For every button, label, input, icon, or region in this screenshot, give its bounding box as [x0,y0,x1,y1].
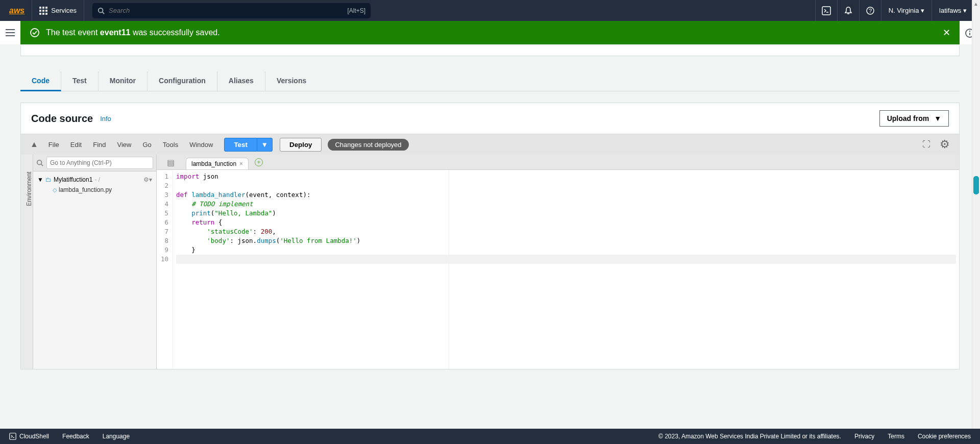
tab-code[interactable]: Code [20,71,61,91]
banner-prefix: The test event [46,28,100,37]
function-tabs: Code Test Monitor Configuration Aliases … [20,71,960,91]
menu-file[interactable]: File [43,139,64,151]
info-link[interactable]: Info [100,115,111,122]
footer-cookie[interactable]: Cookie preferences [918,433,971,440]
region-label: N. Virginia [889,7,919,14]
chevron-down-icon: ▼ [934,114,941,122]
user-menu[interactable]: latifaws ▾ [932,0,974,21]
footer-bar: CloudShell Feedback Language © 2023, Ama… [0,429,980,444]
scroll-up-button[interactable]: ▲ [972,0,980,8]
code-source-panel: Code source Info Upload from ▼ ▲ File Ed… [20,103,960,369]
search-input[interactable] [109,7,347,14]
footer-terms[interactable]: Terms [888,433,904,440]
footer-copyright: © 2023, Amazon Web Services India Privat… [658,433,841,440]
tab-list-icon[interactable]: ▤ [162,156,180,169]
ide-deploy-button[interactable]: Deploy [280,138,322,152]
search-icon [97,7,105,14]
settings-gear-icon[interactable]: ⚙ [936,136,954,153]
success-banner: The test event event11 was successfully … [20,21,960,44]
tab-test[interactable]: Test [61,71,99,91]
tree-file-label: lambda_function.py [59,186,112,193]
ide-toolbar: ▲ File Edit Find View Go Tools Window Te… [21,134,959,155]
footer-language[interactable]: Language [103,433,130,440]
tab-versions[interactable]: Versions [265,71,317,91]
apps-grid-icon [39,7,47,15]
top-nav: aws Services [Alt+S] ? N. Virginia ▾ lat… [0,0,980,21]
menu-go[interactable]: Go [137,139,156,151]
left-sidebar-toggle-column [0,21,20,44]
tree-file-lambda[interactable]: ◇ lambda_function.py [37,185,152,195]
tree-root-label: Mylatiffuction1 [54,176,92,183]
tree-root-folder[interactable]: ▼ 🗀 Mylatiffuction1 - / ⚙▾ [37,175,152,185]
ide-test-button[interactable]: Test [224,138,257,152]
fullscreen-icon[interactable]: ⛶ [918,138,935,151]
tree-settings-icon[interactable]: ⚙▾ [143,176,152,183]
hamburger-icon[interactable] [6,29,15,38]
folder-icon: 🗀 [45,176,52,183]
services-button[interactable]: Services [32,0,84,21]
menu-view[interactable]: View [112,139,137,151]
deploy-status-badge: Changes not deployed [328,139,408,151]
python-file-icon: ◇ [53,187,57,193]
search-box[interactable]: [Alt+S] [92,3,371,18]
menu-edit[interactable]: Edit [65,139,87,151]
help-icon[interactable]: ? [859,0,881,21]
ide-test-dropdown-button[interactable]: ▼ [257,138,273,152]
upload-from-button[interactable]: Upload from ▼ [879,110,949,127]
vertical-scrollbar[interactable]: ▲ ▼ [972,0,980,444]
collapse-tree-icon[interactable]: ▲ [26,138,42,151]
tab-aliases[interactable]: Aliases [217,71,265,91]
code-source-title: Code source [31,113,93,125]
upload-label: Upload from [887,114,929,122]
cloudshell-icon[interactable] [815,0,837,21]
code-lines[interactable]: import json def lambda_handler(event, co… [173,170,959,369]
svg-text:?: ? [869,8,872,14]
environment-label: Environment [26,171,33,206]
go-to-anything-input[interactable] [46,157,153,169]
tab-configuration[interactable]: Configuration [148,71,217,91]
services-label: Services [51,7,77,14]
aws-logo[interactable]: aws [9,6,24,15]
svg-line-15 [41,164,43,166]
tab-monitor[interactable]: Monitor [99,71,148,91]
editor-pane: ▤ lambda_function × + 1 2 3 4 [157,155,959,369]
print-margin [449,170,449,369]
line-gutter: 1 2 3 4 5 6 7 8 9 10 [157,170,173,369]
user-label: latifaws [939,7,961,14]
menu-window[interactable]: Window [184,139,218,151]
footer-feedback[interactable]: Feedback [62,433,89,440]
code-editor[interactable]: 1 2 3 4 5 6 7 8 9 10 [157,170,959,369]
panel-top-edge [20,46,960,56]
search-shortcut: [Alt+S] [347,7,365,14]
footer-privacy[interactable]: Privacy [854,433,874,440]
banner-suffix: was successfully saved. [130,28,219,37]
success-check-icon [30,28,40,38]
svg-point-10 [31,29,39,37]
file-tree-pane: ▼ 🗀 Mylatiffuction1 - / ⚙▾ ◇ lambda_func… [33,155,157,369]
footer-cloudshell[interactable]: CloudShell [9,433,49,440]
banner-message: The test event event11 was successfully … [46,28,220,37]
tree-search-icon[interactable] [36,159,43,166]
svg-line-1 [103,12,105,14]
environment-sidebar[interactable]: Environment [21,155,33,369]
scroll-thumb[interactable] [973,176,979,194]
tree-root-sep: - / [94,176,100,183]
menu-tools[interactable]: Tools [158,139,183,151]
svg-point-14 [37,160,42,165]
notifications-icon[interactable] [837,0,859,21]
editor-tab-close-icon[interactable]: × [239,160,243,167]
editor-tab-lambda[interactable]: lambda_function × [186,158,249,169]
tree-expand-icon: ▼ [37,176,43,183]
banner-close-button[interactable]: ✕ [943,27,950,38]
svg-point-0 [99,8,103,12]
add-tab-button[interactable]: + [255,158,263,166]
menu-find[interactable]: Find [88,139,111,151]
region-selector[interactable]: N. Virginia ▾ [881,0,932,21]
editor-tab-label: lambda_function [191,160,236,167]
svg-point-12 [969,31,970,32]
footer-cloudshell-label: CloudShell [19,433,49,440]
banner-event-name: event11 [100,28,131,37]
